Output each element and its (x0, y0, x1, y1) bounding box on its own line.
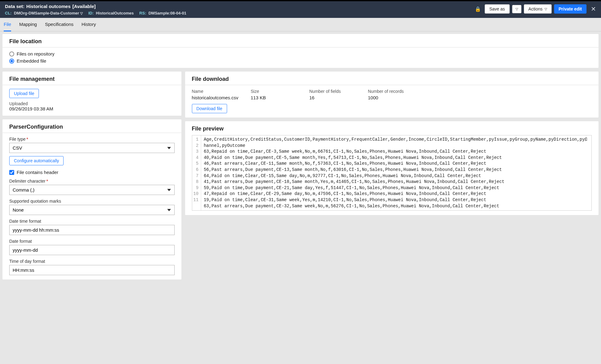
datetime-format-label: Date time format (9, 219, 175, 224)
actions-button[interactable]: Actions ▽ (524, 4, 552, 14)
header-bar: Data set: Historical outcomes [Available… (0, 1, 601, 18)
file-type-label: File type (9, 137, 175, 142)
delimiter-label: Delimiter character (9, 179, 175, 184)
file-location-panel: File location Files on repository Embedd… (2, 34, 599, 68)
time-format-label: Time of day format (9, 259, 175, 264)
file-location-title: File location (9, 38, 592, 45)
close-icon[interactable]: ✕ (591, 5, 596, 13)
file-contains-header-checkbox[interactable]: File contains header (9, 170, 175, 175)
file-type-select[interactable]: CSV (9, 143, 175, 153)
uploaded-label: Uploaded (9, 101, 175, 106)
date-format-input[interactable] (9, 245, 175, 255)
datetime-format-input[interactable] (9, 225, 175, 235)
configure-automatically-button[interactable]: Configure automatically (9, 156, 64, 165)
chevron-down-icon: ▽ (545, 7, 547, 11)
file-download-title: File download (192, 76, 592, 82)
download-records-value: 1000 (368, 95, 414, 100)
radio-files-on-repository[interactable]: Files on repository (9, 51, 592, 56)
date-format-label: Date format (9, 239, 175, 244)
upload-file-button[interactable]: Upload file (9, 89, 39, 98)
quotation-select[interactable]: None (9, 205, 175, 215)
download-name-label: Name (192, 89, 238, 94)
tab-row: File Mapping Specifications History (0, 18, 601, 31)
time-format-input[interactable] (9, 265, 175, 275)
breadcrumb: CL: DMOrg-DMSample-Data-Customer ▽ ID: H… (5, 11, 186, 15)
parser-config-title: ParserConfiguration (9, 124, 175, 130)
download-fields-label: Number of fields (309, 89, 355, 94)
scroll-icon: ⤢ (584, 137, 590, 143)
download-size-value: 113 KB (251, 95, 297, 100)
file-management-panel: File management Upload file Uploaded 09/… (2, 72, 181, 116)
page-title: Data set: Historical outcomes [Available… (5, 4, 186, 9)
delimiter-select[interactable]: Comma (,) (9, 185, 175, 195)
parser-config-panel: ParserConfiguration File type CSV Config… (2, 119, 181, 279)
download-size-label: Size (251, 89, 297, 94)
file-preview-title: File preview (192, 126, 592, 132)
tab-mapping[interactable]: Mapping (19, 18, 37, 31)
uploaded-timestamp: 09/26/2019 03:38 AM (9, 106, 175, 111)
lock-icon: 🔒 (475, 6, 481, 12)
quotation-label: Supported quotation marks (9, 199, 175, 204)
file-preview-code: 1 2 3 4 5 6 7 8 9 10 11 Age,CreditHistor… (192, 135, 592, 211)
tab-file[interactable]: File (4, 18, 11, 31)
download-file-button[interactable]: Download file (192, 104, 227, 113)
file-preview-panel: File preview 1 2 3 4 5 6 7 8 9 10 11 Age… (185, 121, 599, 215)
download-name-value: historicaloutcomes.csv (192, 95, 238, 100)
chevron-down-icon: ▽ (516, 7, 518, 11)
tab-specifications[interactable]: Specifications (45, 18, 74, 31)
chevron-down-icon[interactable]: ▽ (80, 11, 83, 15)
radio-embedded-file[interactable]: Embedded file (9, 58, 592, 64)
download-records-label: Number of records (368, 89, 414, 94)
file-download-panel: File download Name historicaloutcomes.cs… (185, 72, 599, 118)
download-fields-value: 16 (309, 95, 355, 100)
private-edit-button[interactable]: Private edit (554, 4, 586, 14)
save-as-menu-button[interactable]: ▽ (512, 5, 521, 13)
tab-history[interactable]: History (81, 18, 96, 31)
file-management-title: File management (9, 76, 175, 82)
save-as-button[interactable]: Save as (485, 4, 510, 14)
